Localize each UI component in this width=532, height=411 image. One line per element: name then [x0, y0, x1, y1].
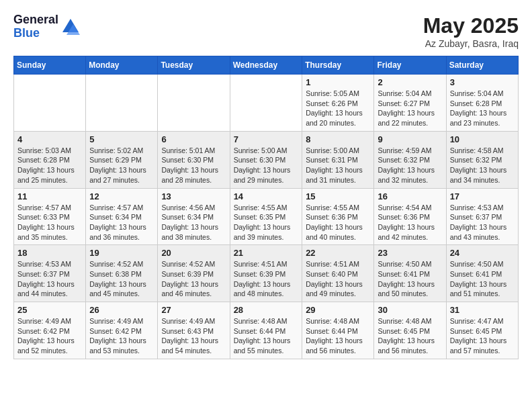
calendar-week-5: 25Sunrise: 4:49 AM Sunset: 6:42 PM Dayli… [14, 302, 519, 359]
day-number: 17 [450, 191, 515, 201]
day-info: Sunrise: 4:55 AM Sunset: 6:35 PM Dayligh… [234, 203, 299, 242]
day-info: Sunrise: 4:48 AM Sunset: 6:44 PM Dayligh… [234, 316, 299, 356]
day-number: 20 [161, 248, 226, 258]
calendar-cell: 5Sunrise: 5:02 AM Sunset: 6:29 PM Daylig… [86, 131, 158, 188]
day-info: Sunrise: 5:00 AM Sunset: 6:31 PM Dayligh… [306, 146, 370, 185]
weekday-header-monday: Monday [86, 56, 158, 75]
day-number: 4 [17, 134, 82, 144]
day-number: 31 [450, 305, 515, 315]
calendar-cell: 27Sunrise: 4:49 AM Sunset: 6:43 PM Dayli… [158, 302, 230, 359]
calendar-week-4: 18Sunrise: 4:53 AM Sunset: 6:37 PM Dayli… [14, 245, 519, 302]
calendar-cell: 19Sunrise: 4:52 AM Sunset: 6:38 PM Dayli… [86, 245, 158, 302]
calendar-cell: 13Sunrise: 4:56 AM Sunset: 6:34 PM Dayli… [158, 188, 230, 245]
title-block: May 2025 Az Zubayr, Basra, Iraq [423, 13, 519, 49]
calendar-cell: 23Sunrise: 4:50 AM Sunset: 6:41 PM Dayli… [374, 245, 446, 302]
page-header: General Blue May 2025 Az Zubayr, Basra, … [13, 13, 519, 49]
weekday-header-saturday: Saturday [446, 56, 518, 75]
calendar-cell: 22Sunrise: 4:51 AM Sunset: 6:40 PM Dayli… [302, 245, 374, 302]
day-number: 16 [378, 191, 442, 201]
weekday-header-sunday: Sunday [14, 56, 86, 75]
calendar-cell: 17Sunrise: 4:53 AM Sunset: 6:37 PM Dayli… [446, 188, 518, 245]
day-info: Sunrise: 4:59 AM Sunset: 6:32 PM Dayligh… [378, 146, 442, 185]
day-number: 9 [378, 134, 442, 144]
day-info: Sunrise: 5:03 AM Sunset: 6:28 PM Dayligh… [17, 146, 82, 185]
day-number: 13 [161, 191, 226, 201]
day-number: 25 [17, 305, 82, 315]
calendar-cell: 6Sunrise: 5:01 AM Sunset: 6:30 PM Daylig… [158, 131, 230, 188]
weekday-header-thursday: Thursday [302, 56, 374, 75]
calendar-cell: 28Sunrise: 4:48 AM Sunset: 6:44 PM Dayli… [230, 302, 302, 359]
calendar-cell: 18Sunrise: 4:53 AM Sunset: 6:37 PM Dayli… [14, 245, 86, 302]
calendar-week-1: 1Sunrise: 5:05 AM Sunset: 6:26 PM Daylig… [14, 75, 519, 132]
day-number: 6 [161, 134, 226, 144]
logo-general: General [13, 13, 58, 27]
calendar-cell: 21Sunrise: 4:51 AM Sunset: 6:39 PM Dayli… [230, 245, 302, 302]
calendar-cell: 15Sunrise: 4:55 AM Sunset: 6:36 PM Dayli… [302, 188, 374, 245]
calendar-cell: 3Sunrise: 5:04 AM Sunset: 6:28 PM Daylig… [446, 75, 518, 132]
day-number: 10 [450, 134, 515, 144]
calendar-week-3: 11Sunrise: 4:57 AM Sunset: 6:33 PM Dayli… [14, 188, 519, 245]
day-number: 8 [306, 134, 370, 144]
calendar-cell: 8Sunrise: 5:00 AM Sunset: 6:31 PM Daylig… [302, 131, 374, 188]
weekday-header-tuesday: Tuesday [158, 56, 230, 75]
calendar-cell: 14Sunrise: 4:55 AM Sunset: 6:35 PM Dayli… [230, 188, 302, 245]
day-number: 7 [234, 134, 299, 144]
day-number: 15 [306, 191, 370, 201]
day-number: 3 [450, 77, 515, 87]
weekday-header-friday: Friday [374, 56, 446, 75]
calendar-cell: 4Sunrise: 5:03 AM Sunset: 6:28 PM Daylig… [14, 131, 86, 188]
day-info: Sunrise: 4:48 AM Sunset: 6:45 PM Dayligh… [378, 316, 442, 356]
day-number: 12 [89, 191, 154, 201]
day-info: Sunrise: 5:04 AM Sunset: 6:28 PM Dayligh… [450, 89, 515, 128]
day-info: Sunrise: 4:49 AM Sunset: 6:42 PM Dayligh… [17, 316, 82, 356]
title-month: May 2025 [423, 13, 519, 38]
calendar-cell: 9Sunrise: 4:59 AM Sunset: 6:32 PM Daylig… [374, 131, 446, 188]
calendar-cell: 31Sunrise: 4:47 AM Sunset: 6:45 PM Dayli… [446, 302, 518, 359]
calendar-cell [158, 75, 230, 132]
logo-icon [61, 17, 80, 36]
day-info: Sunrise: 4:56 AM Sunset: 6:34 PM Dayligh… [161, 203, 226, 242]
day-info: Sunrise: 5:04 AM Sunset: 6:27 PM Dayligh… [378, 89, 442, 128]
calendar-cell: 12Sunrise: 4:57 AM Sunset: 6:34 PM Dayli… [86, 188, 158, 245]
calendar-cell: 20Sunrise: 4:52 AM Sunset: 6:39 PM Dayli… [158, 245, 230, 302]
day-info: Sunrise: 4:52 AM Sunset: 6:39 PM Dayligh… [161, 259, 226, 299]
day-number: 28 [234, 305, 299, 315]
day-number: 2 [378, 77, 442, 87]
day-info: Sunrise: 4:58 AM Sunset: 6:32 PM Dayligh… [450, 146, 515, 185]
day-number: 22 [306, 248, 370, 258]
day-info: Sunrise: 4:51 AM Sunset: 6:39 PM Dayligh… [234, 259, 299, 299]
day-number: 1 [306, 77, 370, 87]
day-info: Sunrise: 4:52 AM Sunset: 6:38 PM Dayligh… [89, 259, 154, 299]
day-info: Sunrise: 4:50 AM Sunset: 6:41 PM Dayligh… [378, 259, 442, 299]
day-info: Sunrise: 5:00 AM Sunset: 6:30 PM Dayligh… [234, 146, 299, 185]
calendar-cell: 26Sunrise: 4:49 AM Sunset: 6:42 PM Dayli… [86, 302, 158, 359]
calendar-header: SundayMondayTuesdayWednesdayThursdayFrid… [14, 56, 519, 75]
day-info: Sunrise: 4:50 AM Sunset: 6:41 PM Dayligh… [450, 259, 515, 299]
calendar-cell [230, 75, 302, 132]
calendar-cell: 10Sunrise: 4:58 AM Sunset: 6:32 PM Dayli… [446, 131, 518, 188]
calendar-cell: 1Sunrise: 5:05 AM Sunset: 6:26 PM Daylig… [302, 75, 374, 132]
weekday-header-row: SundayMondayTuesdayWednesdayThursdayFrid… [14, 56, 519, 75]
day-number: 24 [450, 248, 515, 258]
day-info: Sunrise: 4:48 AM Sunset: 6:44 PM Dayligh… [306, 316, 370, 356]
day-info: Sunrise: 5:02 AM Sunset: 6:29 PM Dayligh… [89, 146, 154, 185]
calendar-cell: 7Sunrise: 5:00 AM Sunset: 6:30 PM Daylig… [230, 131, 302, 188]
weekday-header-wednesday: Wednesday [230, 56, 302, 75]
day-number: 19 [89, 248, 154, 258]
day-number: 5 [89, 134, 154, 144]
day-number: 21 [234, 248, 299, 258]
day-number: 11 [17, 191, 82, 201]
day-info: Sunrise: 4:54 AM Sunset: 6:36 PM Dayligh… [378, 203, 442, 242]
calendar-cell: 24Sunrise: 4:50 AM Sunset: 6:41 PM Dayli… [446, 245, 518, 302]
day-info: Sunrise: 4:53 AM Sunset: 6:37 PM Dayligh… [450, 203, 515, 242]
day-info: Sunrise: 4:53 AM Sunset: 6:37 PM Dayligh… [17, 259, 82, 299]
day-info: Sunrise: 4:55 AM Sunset: 6:36 PM Dayligh… [306, 203, 370, 242]
logo: General Blue [13, 13, 80, 40]
logo-blue: Blue [13, 27, 58, 40]
calendar-cell: 16Sunrise: 4:54 AM Sunset: 6:36 PM Dayli… [374, 188, 446, 245]
day-number: 23 [378, 248, 442, 258]
day-number: 14 [234, 191, 299, 201]
day-number: 18 [17, 248, 82, 258]
day-number: 26 [89, 305, 154, 315]
day-info: Sunrise: 4:51 AM Sunset: 6:40 PM Dayligh… [306, 259, 370, 299]
